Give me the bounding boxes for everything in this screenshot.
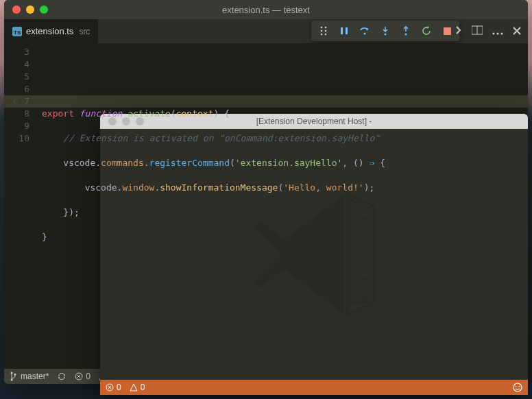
drag-handle-icon[interactable]: [318, 25, 329, 36]
keyword-export: export: [42, 108, 74, 119]
errors-count[interactable]: 0: [106, 383, 121, 392]
svg-point-8: [364, 33, 366, 35]
svg-point-14: [493, 32, 495, 34]
error-icon: [75, 372, 83, 380]
svg-point-18: [11, 379, 13, 381]
warnings-count[interactable]: 0: [130, 383, 145, 392]
parameter: context: [176, 108, 214, 119]
restart-button[interactable]: [421, 25, 432, 36]
step-out-button[interactable]: [400, 25, 411, 36]
keyword-function: function: [80, 108, 123, 119]
chevron-right-icon[interactable]: [455, 25, 462, 38]
svg-point-19: [14, 374, 16, 376]
comment: // Extension is activated on "onCommand:…: [42, 133, 380, 143]
tab-filename: extension.ts: [26, 26, 73, 36]
svg-line-37: [350, 297, 372, 303]
svg-rect-11: [444, 27, 451, 35]
window-title: extension.ts — testext: [4, 5, 528, 15]
dev-host-status-bar: 0 0: [100, 380, 528, 395]
close-window-button[interactable]: [12, 5, 21, 14]
svg-point-42: [519, 386, 520, 387]
minimize-window-button[interactable]: [26, 5, 34, 14]
function-name: activate: [128, 108, 171, 119]
svg-point-40: [513, 383, 522, 391]
svg-point-10: [405, 34, 407, 36]
titlebar[interactable]: extension.ts — testext: [4, 0, 528, 19]
svg-rect-7: [346, 27, 348, 34]
sync-icon: [57, 372, 66, 381]
typescript-file-icon: TS: [12, 27, 22, 36]
svg-point-2: [321, 30, 323, 32]
svg-point-5: [325, 34, 327, 36]
stop-button[interactable]: [442, 25, 452, 36]
step-into-button[interactable]: [380, 25, 391, 36]
editor-tab[interactable]: TS extension.ts src: [4, 19, 98, 43]
line-number: 9: [4, 120, 29, 132]
breakpoint-hint-icon[interactable]: ○: [8, 95, 18, 108]
maximize-window-button[interactable]: [40, 5, 48, 14]
svg-point-0: [321, 27, 323, 29]
traffic-lights: [4, 5, 48, 14]
svg-point-17: [11, 372, 13, 374]
smiley-icon: [513, 383, 522, 392]
git-branch-icon: [10, 372, 18, 381]
line-gutter[interactable]: ○ 3 4 5 6 7 8 9 10: [4, 43, 42, 369]
sync-button[interactable]: [57, 372, 66, 381]
more-actions-icon[interactable]: [492, 25, 503, 38]
svg-point-16: [501, 32, 503, 34]
tab-description: src: [79, 27, 90, 36]
line-number: 10: [4, 132, 29, 145]
errors-count[interactable]: 0: [75, 372, 90, 381]
editor-actions: [455, 19, 521, 43]
svg-point-41: [516, 386, 517, 387]
tab-bar: TS extension.ts src: [4, 19, 528, 43]
svg-point-15: [497, 32, 499, 34]
close-icon[interactable]: [513, 25, 521, 38]
svg-point-4: [321, 34, 323, 36]
warning-icon: [130, 383, 138, 391]
error-icon: [106, 383, 114, 391]
feedback-button[interactable]: [513, 383, 522, 392]
git-branch[interactable]: master*: [10, 372, 49, 381]
svg-point-9: [385, 34, 387, 36]
split-editor-icon[interactable]: [472, 25, 483, 38]
svg-rect-6: [341, 27, 343, 34]
step-over-button[interactable]: [359, 25, 370, 36]
svg-point-1: [325, 27, 327, 29]
pause-button[interactable]: [339, 25, 350, 36]
debug-toolbar[interactable]: [311, 21, 459, 41]
line-number: 8: [4, 108, 29, 120]
svg-point-3: [325, 30, 327, 32]
